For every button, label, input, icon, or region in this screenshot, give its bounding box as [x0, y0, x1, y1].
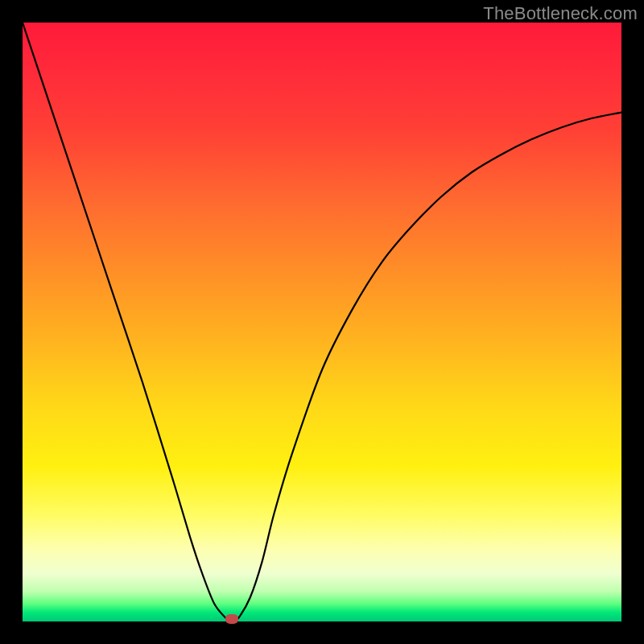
bottleneck-curve [23, 23, 621, 621]
watermark-text: TheBottleneck.com [483, 3, 638, 24]
curve-svg [23, 23, 621, 621]
optimal-point-marker [225, 614, 238, 624]
chart-frame: TheBottleneck.com [0, 0, 644, 644]
plot-area [23, 23, 621, 621]
